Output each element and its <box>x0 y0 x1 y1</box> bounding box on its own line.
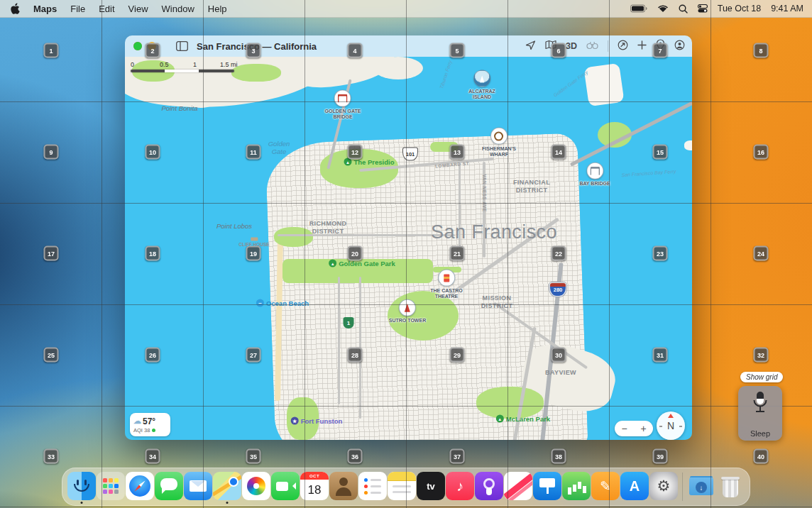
temperature: 57° <box>143 416 155 426</box>
cloud-icon: ☁ <box>133 416 141 426</box>
add-icon[interactable] <box>637 40 647 53</box>
dock-notes[interactable] <box>388 472 416 502</box>
map-poi-marker[interactable]: SUTRO TOWER <box>389 299 426 324</box>
keynote-icon <box>533 472 561 500</box>
map-label: RICHMOND DISTRICT <box>309 220 347 236</box>
dock-maps[interactable] <box>213 472 241 502</box>
dock-facetime[interactable] <box>271 472 300 502</box>
voice-control-tooltip: Show grid <box>740 372 783 382</box>
dock-trash[interactable] <box>716 472 745 502</box>
compass-control[interactable]: N <box>657 412 685 440</box>
zoom-in-button[interactable]: + <box>640 424 646 434</box>
poi-label: BAY BRIDGE <box>579 181 610 187</box>
dock-tv[interactable]: tv <box>417 472 445 502</box>
bay-bridge-road <box>570 99 692 166</box>
poi-icon[interactable] <box>473 70 490 87</box>
contacts-icon <box>329 472 358 500</box>
sidebar-toggle-icon[interactable] <box>176 41 188 51</box>
scale-label: 0 <box>131 61 134 68</box>
menu-item[interactable]: View <box>128 4 148 14</box>
dock-music[interactable]: ♪ <box>446 472 474 502</box>
weather-widget[interactable]: ☁ 57° AQI 38 <box>130 413 170 436</box>
menu-item[interactable]: Help <box>208 4 227 14</box>
share-icon[interactable] <box>618 40 628 53</box>
menu-items: FileEditViewWindowHelp <box>70 4 226 14</box>
map-canvas[interactable]: 0 0.5 1 1.5 mi Point BonitaGolden GateTi… <box>125 57 692 440</box>
mail-icon <box>184 472 212 500</box>
poi-icon[interactable] <box>399 299 416 316</box>
dock-mail[interactable] <box>184 472 212 502</box>
dock-finder[interactable] <box>67 472 96 502</box>
poi-icon[interactable] <box>586 162 603 180</box>
menu-item[interactable]: Window <box>162 4 194 14</box>
calendar-icon: OCT 18 <box>300 472 329 500</box>
map-poi-marker[interactable]: ALCATRAZ ISLAND <box>468 70 495 101</box>
notes-icon <box>388 472 416 500</box>
map-label: Fort Funston <box>291 417 343 425</box>
facetime-icon <box>271 472 300 500</box>
map-poi-marker[interactable]: BAY BRIDGE <box>579 162 610 187</box>
lincoln-park-green <box>274 227 313 247</box>
voice-control-panel[interactable]: Sleep <box>738 386 782 441</box>
map-poi-marker[interactable]: GOLDEN GATE BRIDGE <box>325 90 361 121</box>
dock-divider <box>682 473 683 501</box>
menu-item[interactable]: Edit <box>99 4 114 14</box>
dock-launchpad[interactable] <box>97 472 125 502</box>
gear-glyph: ⚙ <box>657 477 671 495</box>
toolbar-divider <box>608 40 608 52</box>
menu-date[interactable]: Tue Oct 18 <box>718 4 761 13</box>
safari-icon <box>126 472 154 500</box>
dock-appstore[interactable]: A <box>620 472 649 502</box>
pin-drop-icon[interactable] <box>656 39 665 53</box>
dock-pages[interactable]: ✎ <box>591 472 620 502</box>
map-label: CLIFF HOUSE <box>238 238 269 247</box>
map-mode-icon[interactable] <box>545 40 556 53</box>
minimize-button[interactable] <box>148 42 156 50</box>
pages-pen-glyph: ✎ <box>600 478 611 495</box>
3d-mode-button[interactable]: 3D <box>566 41 577 51</box>
dock-numbers[interactable] <box>562 472 591 502</box>
dock-photos[interactable] <box>242 472 270 502</box>
spotlight-search-icon[interactable] <box>679 4 688 13</box>
current-location-icon[interactable] <box>525 40 536 53</box>
poi-label: GOLDEN GATE BRIDGE <box>325 109 361 121</box>
app-store-icon: A <box>620 472 649 500</box>
menu-bar: Maps FileEditViewWindowHelp Tue Oct 18 9… <box>0 0 812 18</box>
control-center-icon[interactable] <box>698 4 708 13</box>
dock-podcasts[interactable] <box>475 472 503 502</box>
dock-contacts[interactable] <box>329 472 358 502</box>
19th-ave-road <box>359 277 361 419</box>
wifi-icon[interactable] <box>657 4 669 13</box>
account-icon[interactable] <box>674 40 685 53</box>
aqi-status-dot <box>152 429 155 432</box>
dock: OCT 18 tv ♪ ✎ A ⚙ ↓ <box>62 468 750 506</box>
battery-icon[interactable] <box>630 4 647 13</box>
menu-item[interactable]: File <box>70 4 85 14</box>
dock-reminders[interactable] <box>358 472 387 502</box>
zoom-button[interactable] <box>133 42 142 50</box>
dock-news[interactable] <box>504 472 532 502</box>
photos-icon <box>242 472 270 500</box>
news-icon <box>504 472 532 500</box>
map-poi-marker[interactable]: FISHERMAN'S WHARF <box>482 128 516 158</box>
dock-downloads[interactable]: ↓ <box>687 472 715 502</box>
dock-messages[interactable] <box>155 472 183 502</box>
dock-calendar[interactable]: OCT 18 <box>300 472 329 502</box>
poi-icon[interactable] <box>334 90 351 107</box>
marina-green <box>430 142 459 152</box>
map-label: San Francisco Bay Ferry <box>621 169 676 177</box>
dock-keynote[interactable] <box>533 472 561 502</box>
window-titlebar[interactable]: San Francisco — California 3D <box>125 35 692 57</box>
menu-app-name[interactable]: Maps <box>33 4 57 14</box>
dock-safari[interactable] <box>126 472 154 502</box>
dock-settings[interactable]: ⚙ <box>649 472 678 502</box>
poi-icon[interactable] <box>490 128 508 145</box>
downloads-folder-icon: ↓ <box>687 472 715 500</box>
apple-logo-icon[interactable] <box>10 3 20 14</box>
zoom-out-button[interactable]: − <box>621 424 627 434</box>
voice-control-sleep-label[interactable]: Sleep <box>750 429 770 438</box>
map-poi-marker[interactable]: THE CASTRO THEATRE <box>430 270 463 300</box>
poi-icon[interactable] <box>438 270 455 287</box>
look-around-binoculars-icon[interactable] <box>586 40 598 53</box>
menu-time[interactable]: 9:41 AM <box>771 4 803 13</box>
